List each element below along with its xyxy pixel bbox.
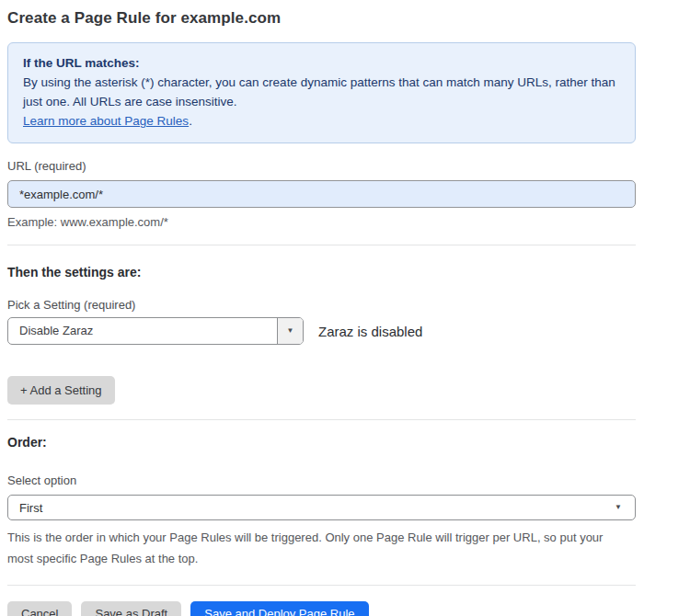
create-page-rule-page: Create a Page Rule for example.com If th… <box>0 0 690 616</box>
order-select-label: Select option <box>7 473 636 487</box>
divider <box>7 419 636 420</box>
form-container: Create a Page Rule for example.com If th… <box>7 9 636 616</box>
chevron-down-icon: ▼ <box>287 327 294 335</box>
page-title: Create a Page Rule for example.com <box>7 9 636 28</box>
link-period: . <box>189 114 192 128</box>
save-and-deploy-button[interactable]: Save and Deploy Page Rule <box>190 601 368 616</box>
order-select[interactable]: First ▼ <box>7 495 636 520</box>
url-input[interactable] <box>7 180 636 208</box>
order-section-heading: Order: <box>7 435 636 450</box>
cancel-button[interactable]: Cancel <box>7 601 72 616</box>
url-match-info-box: If the URL matches: By using the asteris… <box>7 42 636 143</box>
info-box-body: By using the asterisk (*) character, you… <box>23 73 620 111</box>
setting-select-arrow-button[interactable]: ▼ <box>277 318 303 344</box>
info-box-heading: If the URL matches: <box>23 53 620 73</box>
info-box-link-line: Learn more about Page Rules. <box>23 111 620 131</box>
setting-row: Disable Zaraz ▼ Zaraz is disabled <box>7 317 636 345</box>
order-helper-text: This is the order in which your Page Rul… <box>7 527 624 569</box>
setting-status-text: Zaraz is disabled <box>318 324 422 339</box>
order-select-value: First <box>19 501 42 515</box>
divider <box>7 585 636 586</box>
url-example-helper: Example: www.example.com/* <box>7 215 636 229</box>
chevron-down-icon: ▼ <box>615 504 622 511</box>
settings-section-heading: Then the settings are: <box>7 265 636 279</box>
pick-setting-label: Pick a Setting (required) <box>7 298 636 312</box>
setting-select[interactable]: Disable Zaraz ▼ <box>7 317 304 345</box>
url-field-label: URL (required) <box>7 159 636 173</box>
learn-more-link[interactable]: Learn more about Page Rules <box>23 114 189 128</box>
setting-select-value: Disable Zaraz <box>8 318 277 344</box>
save-as-draft-button[interactable]: Save as Draft <box>81 601 181 616</box>
form-actions: Cancel Save as Draft Save and Deploy Pag… <box>7 601 636 616</box>
divider <box>7 245 636 245</box>
add-setting-button[interactable]: + Add a Setting <box>7 376 115 405</box>
